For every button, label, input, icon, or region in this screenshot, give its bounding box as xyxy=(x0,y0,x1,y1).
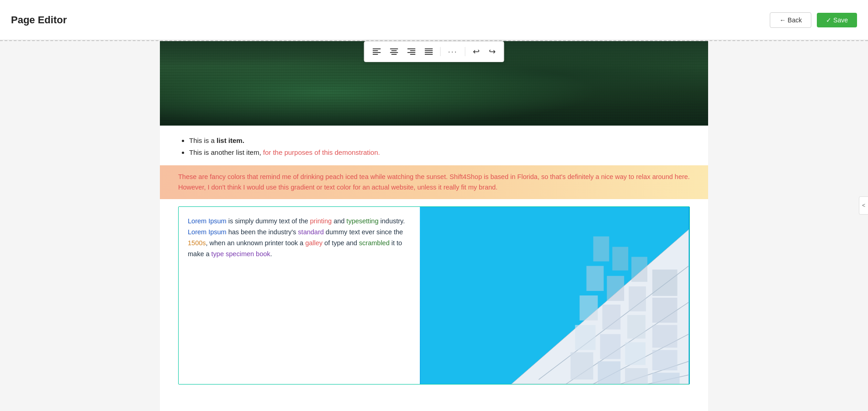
svg-rect-10 xyxy=(407,52,415,53)
two-col-image xyxy=(420,207,689,384)
content-list: This is a list item. This is another lis… xyxy=(178,135,690,158)
svg-rect-34 xyxy=(602,305,620,330)
align-right-button[interactable] xyxy=(403,46,419,57)
svg-rect-44 xyxy=(652,270,677,296)
gradient-text-section: These are fancy colors that remind me of… xyxy=(160,165,708,199)
svg-rect-35 xyxy=(627,315,646,339)
svg-rect-4 xyxy=(390,48,398,49)
svg-rect-0 xyxy=(372,48,381,49)
svg-rect-37 xyxy=(587,266,604,291)
svg-rect-11 xyxy=(410,54,415,55)
two-col-box: Lorem Ipsum is simply dummy text of the … xyxy=(178,206,690,385)
svg-rect-42 xyxy=(612,247,628,271)
svg-rect-39 xyxy=(629,286,646,311)
svg-rect-43 xyxy=(631,257,647,282)
toolbar-container: ··· ↩ ↪ xyxy=(364,41,504,62)
svg-rect-7 xyxy=(391,54,397,55)
sidebar-toggle-icon: < xyxy=(862,202,865,209)
list-item: This is another list item, for the purpo… xyxy=(189,147,690,158)
svg-rect-30 xyxy=(600,334,620,359)
svg-rect-15 xyxy=(424,54,433,55)
svg-rect-26 xyxy=(598,362,621,385)
redo-button[interactable]: ↪ xyxy=(485,44,499,59)
main-content: ··· ↩ ↪ This is a list item. This is ano… xyxy=(160,41,708,411)
svg-rect-13 xyxy=(424,50,433,51)
back-button[interactable]: ← Back xyxy=(770,12,811,28)
lorem-ipsum-text: Lorem Ipsum is simply dummy text of the … xyxy=(188,216,411,260)
svg-rect-33 xyxy=(580,295,598,321)
align-center-button[interactable] xyxy=(386,46,402,57)
page-header: Page Editor ← Back ✓ Save xyxy=(0,0,868,40)
more-options-button[interactable]: ··· xyxy=(444,45,461,59)
page-title: Page Editor xyxy=(11,14,67,26)
svg-rect-8 xyxy=(407,48,415,49)
align-justify-button[interactable] xyxy=(421,46,436,57)
svg-rect-31 xyxy=(625,342,646,365)
two-col-text: Lorem Ipsum is simply dummy text of the … xyxy=(179,207,420,384)
list-section: This is a list item. This is another lis… xyxy=(160,126,708,165)
svg-rect-41 xyxy=(593,237,609,262)
svg-rect-32 xyxy=(652,350,677,371)
svg-rect-27 xyxy=(625,369,648,385)
undo-button[interactable]: ↩ xyxy=(469,44,483,59)
toolbar-divider-2 xyxy=(465,47,466,56)
sidebar-toggle[interactable]: < xyxy=(859,196,868,215)
svg-rect-12 xyxy=(424,48,433,49)
svg-rect-36 xyxy=(652,325,677,348)
gradient-text: These are fancy colors that remind me of… xyxy=(178,172,690,193)
svg-rect-14 xyxy=(424,52,433,53)
svg-rect-6 xyxy=(390,52,398,53)
list-item: This is a list item. xyxy=(189,135,690,147)
toolbar-divider xyxy=(440,47,440,56)
svg-rect-29 xyxy=(575,325,596,350)
svg-rect-28 xyxy=(652,373,680,385)
svg-rect-40 xyxy=(652,298,677,323)
building-illustration xyxy=(420,207,689,384)
svg-rect-5 xyxy=(391,50,397,51)
svg-rect-3 xyxy=(372,54,378,55)
svg-rect-38 xyxy=(607,276,624,301)
svg-rect-9 xyxy=(410,50,415,51)
svg-rect-2 xyxy=(372,52,381,53)
save-button[interactable]: ✓ Save xyxy=(817,13,857,27)
align-left-button[interactable] xyxy=(369,46,384,57)
svg-rect-1 xyxy=(372,50,378,51)
header-actions: ← Back ✓ Save xyxy=(770,12,857,28)
svg-rect-25 xyxy=(571,353,593,380)
formatting-toolbar: ··· ↩ ↪ xyxy=(364,41,504,62)
